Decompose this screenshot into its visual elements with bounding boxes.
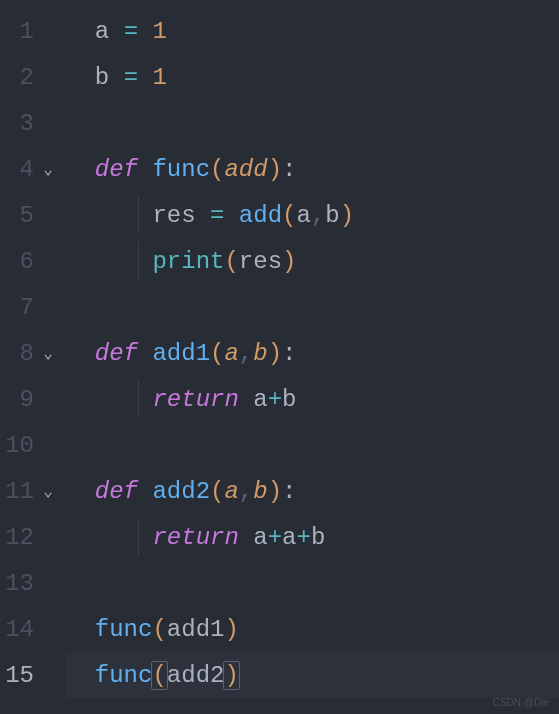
gutter-row: 2 <box>0 54 66 100</box>
indent-guide <box>138 518 139 556</box>
line-number[interactable]: 12 <box>0 524 38 551</box>
code-token: + <box>268 386 282 413</box>
gutter-row: 13 <box>0 560 66 606</box>
line-number[interactable]: 8 <box>0 340 38 367</box>
gutter-row: 8⌄ <box>0 330 66 376</box>
gutter-row: 4⌄ <box>0 146 66 192</box>
gutter-row: 15 <box>0 652 66 698</box>
code-token: add <box>239 202 282 229</box>
indent-guide <box>138 242 139 280</box>
code-token: ( <box>210 478 224 505</box>
gutter-row: 11⌄ <box>0 468 66 514</box>
code-token: ) <box>223 661 239 690</box>
code-line[interactable] <box>66 100 559 146</box>
code-token: b <box>253 478 267 505</box>
gutter-row: 1 <box>0 8 66 54</box>
code-token: ( <box>210 156 224 183</box>
code-token: = <box>124 64 138 91</box>
code-area[interactable]: a = 1 b = 1 def func(add): res = add(a,b… <box>66 0 559 714</box>
code-token: , <box>239 340 253 367</box>
code-token: def <box>95 340 138 367</box>
code-token <box>95 248 153 275</box>
code-token <box>95 386 153 413</box>
code-line[interactable]: res = add(a,b) <box>66 192 559 238</box>
code-token: b <box>311 524 325 551</box>
code-token: , <box>311 202 325 229</box>
code-token: return <box>152 524 238 551</box>
gutter-row: 12 <box>0 514 66 560</box>
line-number[interactable]: 15 <box>0 662 38 689</box>
indent-guide <box>138 380 139 418</box>
code-token: func <box>152 156 210 183</box>
code-token: add2 <box>152 478 210 505</box>
code-line[interactable] <box>66 422 559 468</box>
line-number[interactable]: 11 <box>0 478 38 505</box>
code-token: add1 <box>167 616 225 643</box>
code-line[interactable]: def add1(a,b): <box>66 330 559 376</box>
line-number[interactable]: 7 <box>0 294 38 321</box>
code-token: ) <box>268 156 282 183</box>
code-token: a <box>282 524 296 551</box>
gutter: 1234⌄5678⌄91011⌄12131415 <box>0 0 66 714</box>
code-token: add <box>224 156 267 183</box>
code-line[interactable]: func(add2) <box>66 652 559 698</box>
line-number[interactable]: 2 <box>0 64 38 91</box>
code-line[interactable]: return a+a+b <box>66 514 559 560</box>
code-token: def <box>95 478 138 505</box>
watermark: CSDN @Die <box>493 697 549 708</box>
code-token: ( <box>151 661 167 690</box>
code-token: add2 <box>167 662 225 689</box>
code-line[interactable]: a = 1 <box>66 8 559 54</box>
code-token <box>138 156 152 183</box>
fold-chevron-icon[interactable]: ⌄ <box>38 343 58 363</box>
code-token: 1 <box>152 64 166 91</box>
line-number[interactable]: 4 <box>0 156 38 183</box>
code-token <box>138 64 152 91</box>
code-line[interactable] <box>66 560 559 606</box>
code-token: ( <box>152 616 166 643</box>
code-token: ) <box>268 478 282 505</box>
code-token: : <box>282 340 296 367</box>
code-token: + <box>296 524 310 551</box>
code-token: b <box>253 340 267 367</box>
code-line[interactable]: b = 1 <box>66 54 559 100</box>
code-token: = <box>124 18 138 45</box>
code-line[interactable]: return a+b <box>66 376 559 422</box>
code-line[interactable] <box>66 284 559 330</box>
gutter-row: 14 <box>0 606 66 652</box>
code-token <box>224 202 238 229</box>
fold-chevron-icon[interactable]: ⌄ <box>38 481 58 501</box>
code-token <box>138 478 152 505</box>
code-token: func <box>95 662 153 689</box>
code-token: add1 <box>152 340 210 367</box>
code-line[interactable]: def func(add): <box>66 146 559 192</box>
code-token: a <box>224 340 238 367</box>
code-token: : <box>282 478 296 505</box>
line-number[interactable]: 1 <box>0 18 38 45</box>
code-token <box>95 524 153 551</box>
code-token: b <box>95 64 124 91</box>
line-number[interactable]: 5 <box>0 202 38 229</box>
code-token: func <box>95 616 153 643</box>
code-line[interactable]: func(add1) <box>66 606 559 652</box>
fold-chevron-icon[interactable]: ⌄ <box>38 159 58 179</box>
code-token: return <box>152 386 238 413</box>
line-number[interactable]: 13 <box>0 570 38 597</box>
line-number[interactable]: 3 <box>0 110 38 137</box>
line-number[interactable]: 9 <box>0 386 38 413</box>
code-token: def <box>95 156 138 183</box>
code-line[interactable]: def add2(a,b): <box>66 468 559 514</box>
line-number[interactable]: 14 <box>0 616 38 643</box>
code-token: print <box>152 248 224 275</box>
code-token: b <box>325 202 339 229</box>
gutter-row: 6 <box>0 238 66 284</box>
code-token: : <box>282 156 296 183</box>
gutter-row: 7 <box>0 284 66 330</box>
code-editor[interactable]: 1234⌄5678⌄91011⌄12131415 a = 1 b = 1 def… <box>0 0 559 714</box>
code-line[interactable]: print(res) <box>66 238 559 284</box>
line-number[interactable]: 6 <box>0 248 38 275</box>
gutter-row: 5 <box>0 192 66 238</box>
code-token <box>138 340 152 367</box>
code-token: res <box>95 202 210 229</box>
line-number[interactable]: 10 <box>0 432 38 459</box>
